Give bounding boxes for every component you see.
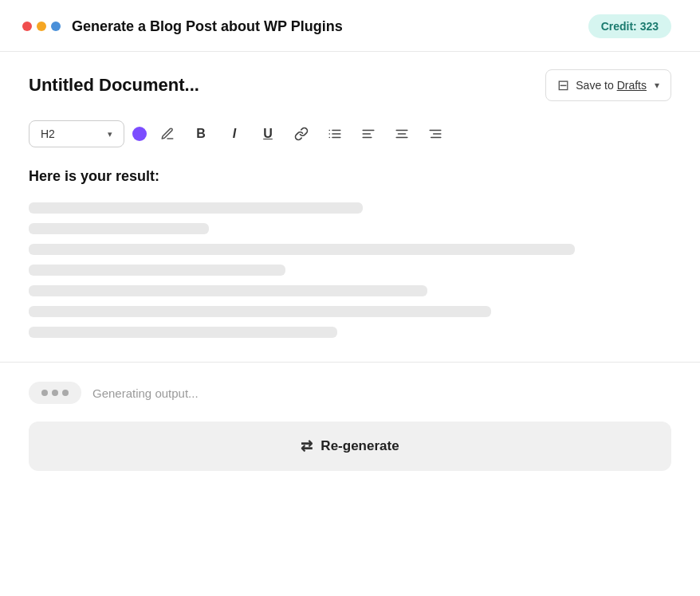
bottom-section: Generating output... ⇄ Re-generate: [0, 363, 700, 493]
dot-blue: [51, 22, 61, 31]
italic-button[interactable]: I: [222, 121, 247, 147]
document-title: Untitled Document...: [29, 75, 199, 96]
align-left-button[interactable]: [356, 121, 381, 147]
align-center-button[interactable]: [389, 121, 415, 147]
link-button[interactable]: [289, 121, 314, 147]
heading-value: H2: [41, 127, 55, 140]
regenerate-label: Re-generate: [321, 438, 399, 454]
skeleton-line: [29, 327, 337, 338]
skeleton-line: [29, 202, 363, 214]
generating-row: Generating output...: [29, 382, 671, 404]
save-icon: ⊟: [557, 76, 569, 94]
color-picker-button[interactable]: [132, 127, 147, 141]
typing-indicator: [29, 382, 81, 404]
bold-button[interactable]: B: [188, 121, 214, 147]
list-button[interactable]: [322, 121, 348, 147]
skeleton-line: [29, 285, 427, 296]
skeleton-line: [29, 223, 209, 234]
page-title: Generate a Blog Post about WP Plugins: [72, 18, 343, 35]
dot-red: [22, 22, 32, 31]
credit-badge: Credit: 323: [588, 14, 671, 38]
typing-dot-1: [41, 390, 48, 396]
window-dots: [22, 22, 61, 31]
regenerate-icon: ⇄: [301, 437, 313, 455]
highlighter-button[interactable]: [155, 121, 180, 147]
editor-toolbar: H2 ▾ B I U: [0, 114, 700, 160]
regenerate-button[interactable]: ⇄ Re-generate: [29, 422, 671, 471]
skeleton-content: [29, 202, 671, 338]
chevron-down-icon: ▾: [108, 129, 112, 139]
skeleton-line: [29, 265, 285, 276]
typing-dot-2: [52, 390, 58, 396]
align-right-button[interactable]: [423, 121, 448, 147]
app-header: Generate a Blog Post about WP Plugins Cr…: [0, 0, 700, 52]
heading-select[interactable]: H2 ▾: [29, 120, 124, 147]
typing-dot-3: [62, 390, 69, 396]
chevron-down-icon: ▾: [655, 80, 659, 91]
content-area: Here is your result:: [0, 160, 700, 363]
underline-button[interactable]: U: [255, 121, 281, 147]
header-left: Generate a Blog Post about WP Plugins: [22, 18, 343, 35]
skeleton-line: [29, 306, 491, 317]
document-header: Untitled Document... ⊟ Save to Drafts ▾: [0, 52, 700, 114]
save-drafts-button[interactable]: ⊟ Save to Drafts ▾: [545, 69, 671, 101]
generating-text: Generating output...: [92, 386, 199, 400]
skeleton-line: [29, 244, 575, 255]
dot-yellow: [37, 22, 46, 31]
result-heading: Here is your result:: [29, 168, 671, 185]
save-button-label: Save to Drafts: [576, 79, 647, 92]
